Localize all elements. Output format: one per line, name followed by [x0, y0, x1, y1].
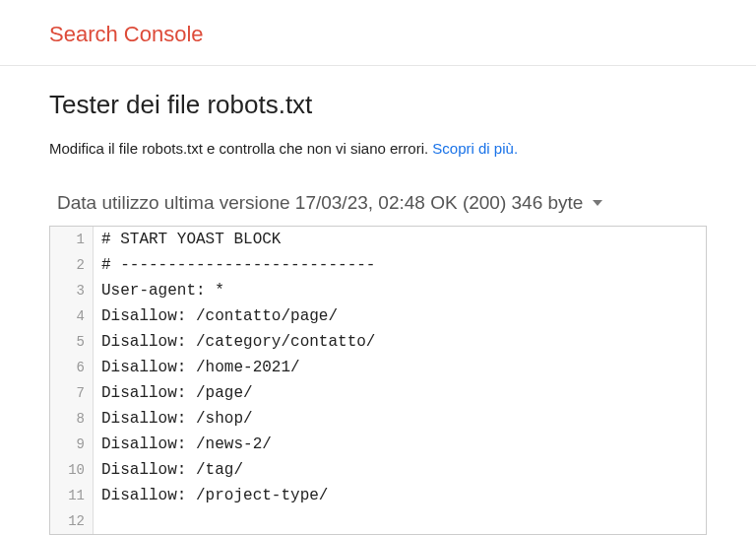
line-number: 11	[50, 483, 94, 508]
subtitle-text: Modifica il file robots.txt e controlla …	[49, 140, 432, 157]
editor-line[interactable]: 8Disallow: /shop/	[50, 406, 706, 432]
line-number: 1	[50, 227, 94, 252]
line-number: 7	[50, 380, 94, 406]
line-content[interactable]: Disallow: /category/contatto/	[94, 329, 375, 355]
line-content[interactable]	[94, 508, 101, 534]
page-title: Tester dei file robots.txt	[49, 90, 707, 120]
line-content[interactable]: # ---------------------------	[94, 252, 375, 278]
line-content[interactable]: Disallow: /page/	[94, 380, 253, 406]
robots-editor[interactable]: 1# START YOAST BLOCK2# -----------------…	[49, 226, 707, 535]
app-header: Search Console	[0, 0, 756, 66]
line-content[interactable]: Disallow: /shop/	[94, 406, 253, 432]
line-number: 5	[50, 329, 94, 355]
line-content[interactable]: Disallow: /news-2/	[94, 432, 272, 457]
line-number: 4	[50, 303, 94, 329]
editor-line[interactable]: 11Disallow: /project-type/	[50, 483, 706, 508]
chevron-down-icon	[593, 200, 602, 206]
line-number: 6	[50, 355, 94, 380]
line-content[interactable]: # START YOAST BLOCK	[94, 227, 281, 252]
line-number: 2	[50, 252, 94, 278]
editor-line[interactable]: 2# ---------------------------	[50, 252, 706, 278]
main-content: Tester dei file robots.txt Modifica il f…	[0, 66, 756, 535]
version-status-dropdown[interactable]: Data utilizzo ultima versione 17/03/23, …	[49, 186, 707, 226]
line-content[interactable]: Disallow: /tag/	[94, 457, 243, 483]
line-number: 10	[50, 457, 94, 483]
editor-line[interactable]: 10Disallow: /tag/	[50, 457, 706, 483]
editor-line[interactable]: 7Disallow: /page/	[50, 380, 706, 406]
editor-line[interactable]: 9Disallow: /news-2/	[50, 432, 706, 457]
editor-line[interactable]: 4Disallow: /contatto/page/	[50, 303, 706, 329]
line-number: 12	[50, 508, 94, 534]
line-number: 8	[50, 406, 94, 432]
editor-line[interactable]: 12	[50, 508, 706, 534]
line-content[interactable]: Disallow: /project-type/	[94, 483, 328, 508]
line-content[interactable]: Disallow: /home-2021/	[94, 355, 300, 380]
editor-line[interactable]: 3User-agent: *	[50, 278, 706, 303]
app-title: Search Console	[49, 22, 204, 46]
line-number: 9	[50, 432, 94, 457]
editor-line[interactable]: 1# START YOAST BLOCK	[50, 227, 706, 252]
line-number: 3	[50, 278, 94, 303]
editor-line[interactable]: 6Disallow: /home-2021/	[50, 355, 706, 380]
line-content[interactable]: Disallow: /contatto/page/	[94, 303, 338, 329]
page-subtitle: Modifica il file robots.txt e controlla …	[49, 140, 707, 157]
editor-line[interactable]: 5Disallow: /category/contatto/	[50, 329, 706, 355]
learn-more-link[interactable]: Scopri di più.	[432, 140, 518, 157]
status-text: Data utilizzo ultima versione 17/03/23, …	[57, 192, 583, 214]
line-content[interactable]: User-agent: *	[94, 278, 224, 303]
